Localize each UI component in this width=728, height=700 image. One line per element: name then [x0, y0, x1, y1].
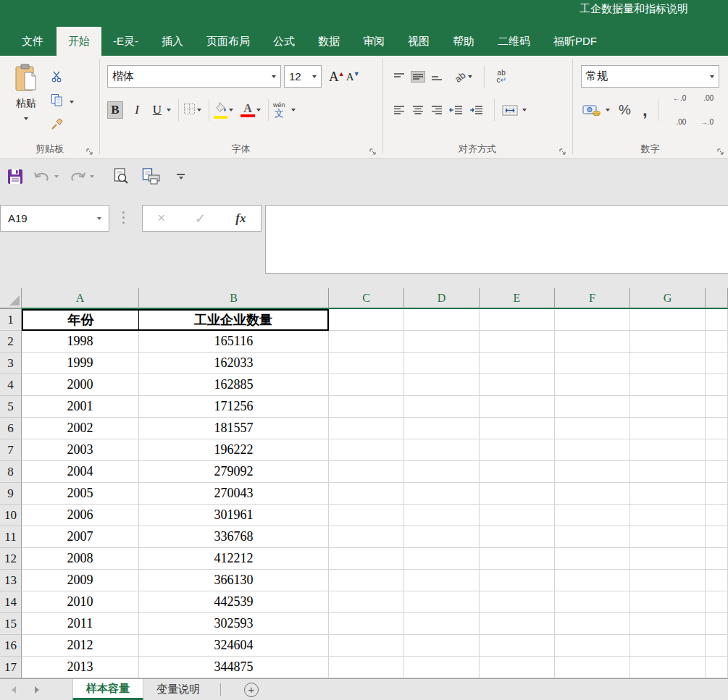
cell-H10[interactable]: [706, 505, 728, 526]
cell-G3[interactable]: [630, 353, 706, 374]
cell-D2[interactable]: [404, 331, 480, 353]
number-dialog-launcher[interactable]: [716, 146, 725, 154]
cell-H14[interactable]: [706, 591, 728, 613]
fill-color-button[interactable]: [214, 102, 236, 119]
cell-F15[interactable]: [555, 613, 630, 635]
cell-F4[interactable]: [555, 374, 630, 396]
cell-D5[interactable]: [404, 396, 480, 418]
cell-G16[interactable]: [630, 635, 706, 657]
cell-F5[interactable]: [555, 396, 630, 418]
cell-H7[interactable]: [706, 439, 728, 461]
cell-B7[interactable]: 196222: [139, 439, 329, 461]
cut-button[interactable]: [51, 66, 91, 90]
row-header-15[interactable]: 15: [0, 613, 22, 635]
cell-E5[interactable]: [480, 396, 555, 418]
column-header-D[interactable]: D: [404, 288, 480, 309]
cell-H17[interactable]: [706, 657, 728, 678]
cell-H16[interactable]: [706, 635, 728, 657]
cell-E17[interactable]: [480, 657, 555, 678]
font-name-combobox[interactable]: 楷体: [107, 65, 281, 88]
cell-A9[interactable]: 2005: [22, 483, 139, 505]
cell-E2[interactable]: [480, 331, 555, 353]
row-header-10[interactable]: 10: [0, 505, 22, 526]
cell-E10[interactable]: [480, 505, 555, 526]
increase-decimal-button[interactable]: ←.0 .00: [666, 78, 687, 142]
italic-button[interactable]: I: [129, 102, 145, 118]
row-header-2[interactable]: 2: [0, 331, 22, 353]
cell-H13[interactable]: [706, 570, 728, 591]
cell-C2[interactable]: [329, 331, 404, 353]
name-box[interactable]: A19: [0, 205, 109, 232]
cell-E13[interactable]: [480, 570, 555, 591]
cell-D8[interactable]: [404, 461, 480, 483]
column-header-E[interactable]: E: [480, 288, 555, 309]
decrease-indent-button[interactable]: [449, 105, 464, 115]
cell-A16[interactable]: 2012: [22, 635, 139, 657]
comma-style-button[interactable]: ,: [643, 106, 648, 114]
cell-A11[interactable]: 2007: [22, 526, 139, 548]
cell-A12[interactable]: 2008: [22, 548, 139, 570]
cell-D16[interactable]: [404, 635, 480, 657]
cell-E8[interactable]: [480, 461, 555, 483]
print-preview-button[interactable]: [113, 168, 129, 185]
prev-sheet-arrow-icon[interactable]: [12, 686, 16, 693]
row-header-12[interactable]: 12: [0, 548, 22, 570]
column-header-C[interactable]: C: [329, 288, 404, 309]
cell-A6[interactable]: 2002: [22, 418, 139, 439]
save-button[interactable]: [7, 169, 23, 185]
cell-E11[interactable]: [480, 526, 555, 548]
increase-font-size-button[interactable]: A▲: [329, 69, 339, 85]
cell-B8[interactable]: 279092: [139, 461, 329, 483]
cell-C16[interactable]: [329, 635, 404, 657]
row-header-3[interactable]: 3: [0, 353, 22, 374]
add-sheet-button[interactable]: +: [244, 683, 259, 697]
cell-F9[interactable]: [555, 483, 630, 505]
cell-B11[interactable]: 336768: [139, 526, 329, 548]
cell-E16[interactable]: [480, 635, 555, 657]
cell-F8[interactable]: [555, 461, 630, 483]
font-dialog-launcher[interactable]: [369, 146, 377, 154]
cell-D14[interactable]: [404, 591, 480, 613]
cell-G7[interactable]: [630, 439, 706, 461]
cell-B4[interactable]: 162885: [139, 374, 329, 396]
row-header-11[interactable]: 11: [0, 526, 22, 548]
tab-eling[interactable]: -E灵-: [101, 27, 150, 56]
row-header-13[interactable]: 13: [0, 570, 22, 591]
cell-C12[interactable]: [329, 548, 404, 570]
row-header-17[interactable]: 17: [0, 657, 22, 678]
cell-C5[interactable]: [329, 396, 404, 418]
cell-C9[interactable]: [329, 483, 404, 505]
align-left-button[interactable]: [393, 105, 406, 115]
cell-E3[interactable]: [480, 353, 555, 374]
accounting-format-button[interactable]: [582, 104, 613, 117]
font-color-button[interactable]: A: [240, 104, 264, 117]
tab-file[interactable]: 文件: [9, 27, 57, 56]
cell-B1[interactable]: 工业企业数量: [139, 309, 329, 331]
cell-D4[interactable]: [404, 374, 480, 396]
cell-F3[interactable]: [555, 353, 630, 374]
cell-A15[interactable]: 2011: [22, 613, 139, 635]
paste-button[interactable]: 粘贴: [6, 64, 46, 143]
cell-G4[interactable]: [630, 374, 706, 396]
align-top-button[interactable]: [393, 72, 406, 82]
tab-foxit-pdf[interactable]: 福昕PDF: [542, 27, 608, 56]
cell-G17[interactable]: [630, 657, 706, 678]
cell-F10[interactable]: [555, 505, 630, 526]
cell-C10[interactable]: [329, 505, 404, 526]
cell-B15[interactable]: 302593: [139, 613, 329, 635]
cell-G2[interactable]: [630, 331, 706, 353]
cell-H2[interactable]: [706, 331, 728, 353]
merge-center-button[interactable]: [502, 105, 530, 116]
cell-C1[interactable]: [329, 309, 404, 331]
cell-G6[interactable]: [630, 418, 706, 439]
cell-C13[interactable]: [329, 570, 404, 591]
cell-D9[interactable]: [404, 483, 480, 505]
cell-D12[interactable]: [404, 548, 480, 570]
cell-H3[interactable]: [706, 353, 728, 374]
borders-button[interactable]: [183, 103, 204, 118]
row-header-7[interactable]: 7: [0, 439, 22, 461]
cell-F13[interactable]: [555, 570, 630, 591]
next-sheet-arrow-icon[interactable]: [35, 686, 39, 693]
cell-B2[interactable]: 165116: [139, 331, 329, 353]
select-all-corner[interactable]: [0, 288, 22, 309]
